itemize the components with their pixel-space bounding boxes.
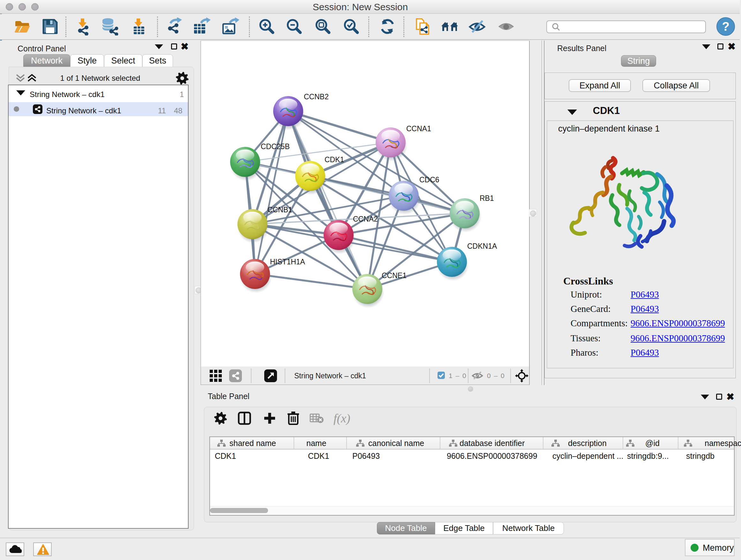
svg-text:CCNB1: CCNB1: [267, 206, 292, 214]
svg-text:HIST1H1A: HIST1H1A: [270, 258, 306, 266]
svg-text:CDKN1A: CDKN1A: [467, 242, 497, 250]
svg-text:CCNA1: CCNA1: [406, 125, 431, 133]
svg-text:RB1: RB1: [480, 194, 494, 202]
svg-text:CCNE1: CCNE1: [382, 271, 407, 280]
svg-text:CDK1: CDK1: [325, 155, 344, 164]
svg-text:?: ?: [722, 20, 729, 33]
svg-text:CCNA2: CCNA2: [353, 215, 378, 223]
svg-text:CCNB2: CCNB2: [304, 92, 329, 101]
svg-text:CDC6: CDC6: [419, 176, 440, 184]
svg-text:CDC25B: CDC25B: [261, 142, 290, 151]
